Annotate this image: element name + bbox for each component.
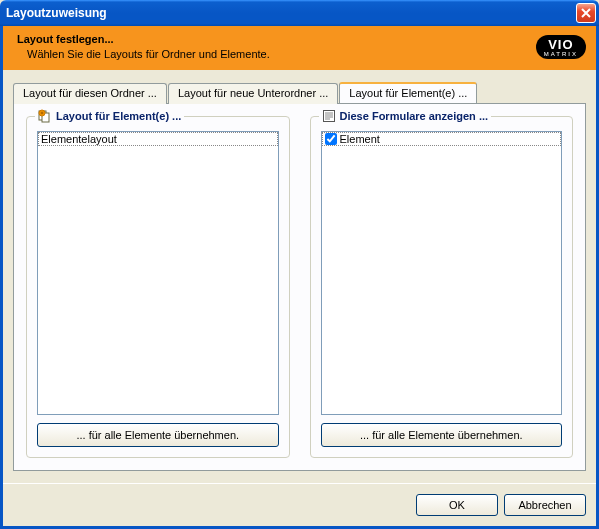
window-title: Layoutzuweisung <box>6 6 576 20</box>
vio-matrix-logo: VIO MATRIX <box>536 35 586 59</box>
legend-layout-elements: Layout für Element(e) ... <box>35 109 184 123</box>
legend-label-left: Layout für Element(e) ... <box>56 110 181 122</box>
tab-panel: Layout für Element(e) ... Elementelayout… <box>13 103 586 471</box>
ok-button[interactable]: OK <box>416 494 498 516</box>
logo-top: VIO <box>544 38 578 51</box>
tab-strip: Layout für diesen Ordner ... Layout für … <box>13 82 586 103</box>
form-item-label: Element <box>340 133 380 145</box>
cancel-button[interactable]: Abbrechen <box>504 494 586 516</box>
logo-bottom: MATRIX <box>544 51 578 57</box>
legend-forms: Diese Formulare anzeigen ... <box>319 109 492 123</box>
listbox-layouts[interactable]: Elementelayout <box>37 131 279 415</box>
apply-forms-all-button[interactable]: ... für alle Elemente übernehmen. <box>321 423 563 447</box>
close-icon <box>581 8 591 18</box>
form-checkbox[interactable] <box>325 133 337 145</box>
header-title: Layout festlegen... <box>17 32 270 47</box>
header-subtitle: Wählen Sie die Layouts für Ordner und El… <box>17 47 270 62</box>
groupbox-layout-elements: Layout für Element(e) ... Elementelayout… <box>26 116 290 458</box>
apply-layout-all-button[interactable]: ... für alle Elemente übernehmen. <box>37 423 279 447</box>
list-item[interactable]: Element <box>322 132 562 146</box>
tab-layout-folder[interactable]: Layout für diesen Ordner ... <box>13 83 167 104</box>
footer: OK Abbrechen <box>3 483 596 526</box>
header-left: Layout festlegen... Wählen Sie die Layou… <box>17 32 270 62</box>
window-body: Layout festlegen... Wählen Sie die Layou… <box>0 26 599 529</box>
layout-icon <box>38 109 52 123</box>
groupbox-forms: Diese Formulare anzeigen ... Element ...… <box>310 116 574 458</box>
dialog-inner: Layout für diesen Ordner ... Layout für … <box>3 70 596 483</box>
header-band: Layout festlegen... Wählen Sie die Layou… <box>3 26 596 70</box>
close-button[interactable] <box>576 3 596 23</box>
form-icon <box>322 109 336 123</box>
listbox-forms[interactable]: Element <box>321 131 563 415</box>
titlebar: Layoutzuweisung <box>0 0 599 26</box>
tab-layout-element[interactable]: Layout für Element(e) ... <box>339 82 477 103</box>
svg-rect-3 <box>323 110 334 121</box>
list-item[interactable]: Elementelayout <box>38 132 278 146</box>
legend-label-right: Diese Formulare anzeigen ... <box>340 110 489 122</box>
tab-layout-subfolder[interactable]: Layout für neue Unterordner ... <box>168 83 338 104</box>
